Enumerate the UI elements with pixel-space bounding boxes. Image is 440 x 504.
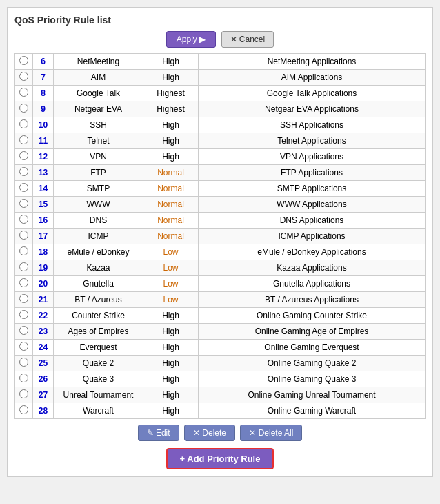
row-applications: Telnet Applications: [199, 133, 426, 149]
row-priority: High: [143, 356, 199, 371]
row-id: 10: [33, 117, 54, 133]
row-name: Warcraft: [54, 403, 143, 419]
row-priority: Highest: [143, 101, 199, 117]
table-row: 21BT / AzureusLowBT / Azureus Applicatio…: [15, 292, 426, 308]
row-radio[interactable]: [19, 135, 28, 144]
row-id: 17: [33, 229, 54, 244]
row-radio[interactable]: [19, 310, 28, 319]
row-applications: NetMeeting Applications: [199, 54, 426, 70]
row-priority: High: [143, 133, 199, 149]
row-id: 14: [33, 181, 54, 197]
row-radio[interactable]: [19, 104, 28, 113]
row-priority: High: [143, 403, 199, 419]
row-name: Quake 2: [54, 356, 143, 371]
row-name: Ages of Empires: [54, 324, 143, 340]
page-title: QoS Priority Rule list: [14, 14, 426, 26]
add-priority-button[interactable]: + Add Priority Rule: [166, 448, 274, 469]
row-priority: Highest: [143, 86, 199, 101]
row-radio[interactable]: [19, 262, 28, 271]
row-priority: High: [143, 117, 199, 133]
row-radio[interactable]: [19, 183, 28, 192]
row-priority: High: [143, 324, 199, 340]
cancel-button[interactable]: Cancel: [221, 31, 274, 48]
table-row: 11TelnetHighTelnet Applications: [15, 133, 426, 149]
row-priority: Normal: [143, 165, 199, 181]
table-row: 26Quake 3HighOnline Gaming Quake 3: [15, 371, 426, 387]
row-name: Quake 3: [54, 371, 143, 387]
row-applications: VPN Applications: [199, 149, 426, 165]
row-id: 13: [33, 165, 54, 181]
row-priority: Normal: [143, 213, 199, 229]
row-priority: Low: [143, 276, 199, 292]
row-radio[interactable]: [19, 72, 28, 81]
row-applications: eMule / eDonkey Applications: [199, 244, 426, 260]
row-id: 11: [33, 133, 54, 149]
row-applications: SMTP Applications: [199, 181, 426, 197]
table-row: 24EverquestHighOnline Gaming Everquest: [15, 340, 426, 356]
row-radio[interactable]: [19, 199, 28, 208]
row-radio[interactable]: [19, 278, 28, 287]
row-radio[interactable]: [19, 246, 28, 255]
delete-all-button[interactable]: ✕ Delete All: [240, 425, 302, 441]
row-id: 7: [33, 70, 54, 86]
row-name: Counter Strike: [54, 308, 143, 324]
table-row: 15WWWNormalWWW Applications: [15, 197, 426, 213]
row-name: BT / Azureus: [54, 292, 143, 308]
row-radio[interactable]: [19, 358, 28, 367]
table-row: 18eMule / eDonkeyLoweMule / eDonkey Appl…: [15, 244, 426, 260]
row-name: VPN: [54, 149, 143, 165]
row-id: 8: [33, 86, 54, 101]
toolbar: Apply Cancel: [14, 31, 426, 48]
row-applications: Online Gaming Everquest: [199, 340, 426, 356]
row-id: 26: [33, 371, 54, 387]
table-row: 9Netgear EVAHighestNetgear EVA Applicati…: [15, 101, 426, 117]
row-name: DNS: [54, 213, 143, 229]
row-applications: Gnutella Applications: [199, 276, 426, 292]
row-id: 12: [33, 149, 54, 165]
table-row: 14SMTPNormalSMTP Applications: [15, 181, 426, 197]
row-applications: Online Gaming Quake 2: [199, 356, 426, 371]
table-row: 7AIMHighAIM Applications: [15, 70, 426, 86]
row-id: 23: [33, 324, 54, 340]
row-radio[interactable]: [19, 326, 28, 335]
bottom-toolbar: ✎ Edit ✕ Delete ✕ Delete All + Add Prior…: [14, 425, 426, 469]
row-applications: Google Talk Applications: [199, 86, 426, 101]
row-radio[interactable]: [19, 342, 28, 351]
row-applications: Online Gaming Warcraft: [199, 403, 426, 419]
row-radio[interactable]: [19, 374, 28, 382]
row-radio[interactable]: [19, 215, 28, 224]
row-radio[interactable]: [19, 167, 28, 176]
row-priority: Normal: [143, 197, 199, 213]
row-applications: ICMP Applications: [199, 229, 426, 244]
row-id: 19: [33, 260, 54, 276]
table-row: 20GnutellaLowGnutella Applications: [15, 276, 426, 292]
row-radio[interactable]: [19, 151, 28, 160]
row-id: 15: [33, 197, 54, 213]
row-applications: DNS Applications: [199, 213, 426, 229]
row-name: Unreal Tournament: [54, 387, 143, 403]
row-radio[interactable]: [19, 231, 28, 240]
row-name: Kazaa: [54, 260, 143, 276]
row-radio[interactable]: [19, 88, 28, 97]
table-row: 27Unreal TournamentHighOnline Gaming Unr…: [15, 387, 426, 403]
row-name: FTP: [54, 165, 143, 181]
table-row: 28WarcraftHighOnline Gaming Warcraft: [15, 403, 426, 419]
row-radio[interactable]: [19, 294, 28, 303]
row-priority: Low: [143, 260, 199, 276]
row-applications: SSH Applications: [199, 117, 426, 133]
table-row: 19KazaaLowKazaa Applications: [15, 260, 426, 276]
row-name: SMTP: [54, 181, 143, 197]
row-priority: High: [143, 371, 199, 387]
delete-button[interactable]: ✕ Delete: [184, 425, 235, 441]
table-row: 25Quake 2HighOnline Gaming Quake 2: [15, 356, 426, 371]
row-radio[interactable]: [19, 119, 28, 128]
edit-button[interactable]: ✎ Edit: [138, 425, 179, 441]
row-radio[interactable]: [19, 389, 28, 398]
row-radio[interactable]: [19, 56, 28, 65]
row-priority: Normal: [143, 229, 199, 244]
row-radio[interactable]: [19, 405, 28, 414]
row-name: Google Talk: [54, 86, 143, 101]
apply-button[interactable]: Apply: [166, 31, 216, 48]
row-name: AIM: [54, 70, 143, 86]
table-row: 23Ages of EmpiresHighOnline Gaming Age o…: [15, 324, 426, 340]
